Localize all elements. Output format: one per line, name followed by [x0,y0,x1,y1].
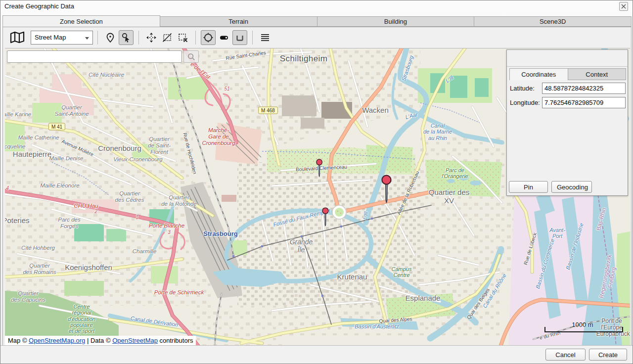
attribution-text: contributors [158,337,193,344]
road-shield: M 41 [48,123,65,131]
select-cursor-icon [120,32,132,44]
menu-button[interactable] [258,30,272,45]
capsule-zone-icon [218,32,230,44]
attribution-text: Map © [8,337,29,344]
geocoding-button[interactable]: Geocoding [551,181,592,193]
panel-tabs: CoordinatesContext [509,68,626,80]
latitude-row: Latitude: [510,83,626,94]
longitude-label: Longitude: [510,99,540,106]
location-pin-tool-button[interactable] [103,30,118,45]
openstreetmap-link[interactable]: OpenStreetMap [112,337,158,344]
pin-button[interactable]: Pin [509,181,548,193]
window-title: Create Geographic Data [4,2,74,10]
rectangle-zone-icon [234,32,246,44]
attribution-text: | Data © [85,337,112,344]
map-icon [8,31,27,45]
close-button[interactable] [619,2,628,11]
tab-building[interactable]: Building [317,16,475,27]
coordinates-panel: CoordinatesContext Latitude: Longitude: … [506,49,628,196]
search-bar [7,50,199,63]
select-cursor-tool-button[interactable] [119,30,134,45]
search-button[interactable] [183,50,199,63]
longitude-input[interactable] [542,97,626,108]
map-type-value: Street Map [35,34,66,41]
main-tabs: Zone SelectionTerrainBuildingScene3D [2,15,632,27]
latitude-input[interactable] [542,83,626,94]
cancel-button[interactable]: Cancel [545,349,586,361]
rectangle-zone-tool-button[interactable] [232,30,247,45]
rectangle-slash-icon [161,32,173,44]
circle-zone-tool-button[interactable] [201,30,216,45]
road-shield: M 468 [258,107,278,114]
move-icon [145,32,157,44]
panel-divider [507,66,628,67]
tab-zone-selection[interactable]: Zone Selection [2,15,160,27]
panel-buttons: Pin Geocoding [509,181,592,193]
tab-scene3d[interactable]: Scene3D [474,16,632,27]
map-viewport[interactable]: SchiltigheimRue Saint-CharlesWackenCrone… [5,48,630,346]
capsule-zone-tool-button[interactable] [217,30,231,45]
longitude-row: Longitude: [510,97,626,108]
latitude-label: Latitude: [510,85,535,92]
panel-tab-context[interactable]: Context [568,68,627,80]
content-frame: Street Map [2,27,632,346]
toolbar-separator [195,31,196,45]
search-input[interactable] [7,50,182,63]
toolbar: Street Map [3,27,631,47]
create-button[interactable]: Create [589,349,627,361]
create-geographic-data-window: Create Geographic Data Zone SelectionTer… [0,0,633,364]
map-type-select[interactable]: Street Map [31,31,93,45]
chevron-down-icon [85,37,89,40]
map-pin-marker[interactable] [321,207,330,231]
circle-zone-icon [202,32,214,44]
toolbar-separator [97,31,98,45]
clear-selection-tool-button[interactable] [160,30,175,45]
titlebar: Create Geographic Data [0,0,633,14]
delete-selection-tool-button[interactable] [176,30,190,45]
map-pin-marker[interactable] [315,159,323,182]
panel-tab-coordinates[interactable]: Coordinates [509,68,568,80]
close-icon [621,4,626,9]
location-pin-icon [104,32,116,44]
rectangle-x-icon [177,32,189,44]
search-icon [187,52,196,61]
map-attribution: Map © OpenStreetMap.org | Data © OpenStr… [5,336,196,346]
toolbar-separator [138,31,139,45]
menu-icon [259,32,271,44]
bottom-bar: Cancel Create [0,345,633,364]
tab-terrain[interactable]: Terrain [160,16,317,27]
openstreetmap-org-link[interactable]: OpenStreetMap.org [29,337,85,344]
move-tool-button[interactable] [144,30,159,45]
map-pin-marker[interactable] [380,175,393,210]
toolbar-separator [252,31,253,45]
